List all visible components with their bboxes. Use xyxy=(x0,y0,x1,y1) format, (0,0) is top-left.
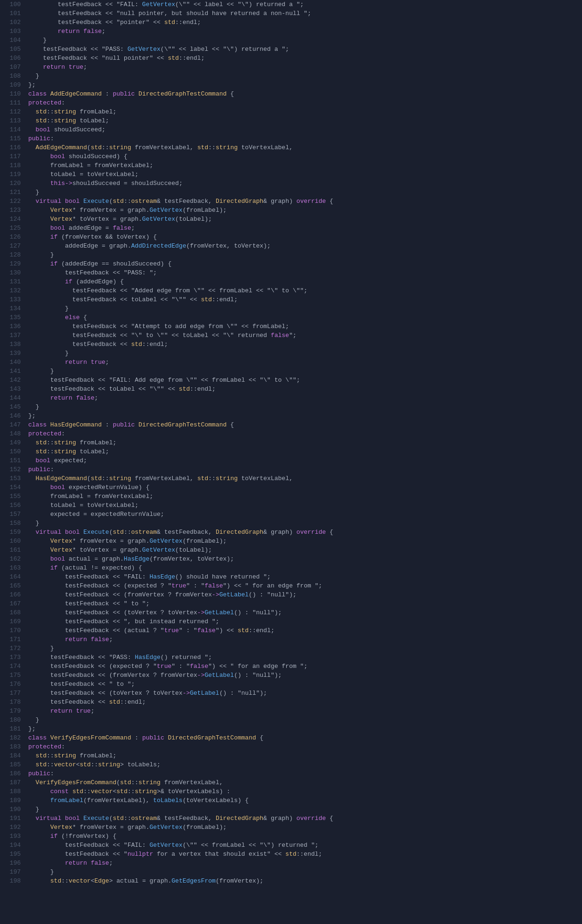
code-line: expected = expectedReturnValue; xyxy=(28,510,582,519)
line-number: 134 xyxy=(8,304,21,313)
code-line: testFeedback << "null pointer" << std::e… xyxy=(28,54,582,63)
code-line: AddEdgeCommand(std::string fromVertexLab… xyxy=(28,143,582,152)
code-line: }; xyxy=(28,724,582,733)
code-line: } xyxy=(28,304,582,313)
code-line: Vertex* fromVertex = graph.GetVertex(fro… xyxy=(28,823,582,832)
code-line: testFeedback << "null pointer, but shoul… xyxy=(28,9,582,18)
code-line: toLabel = toVertexLabel; xyxy=(28,501,582,510)
line-number: 115 xyxy=(8,134,21,143)
line-number: 103 xyxy=(8,27,21,36)
line-number: 186 xyxy=(8,769,21,778)
code-line: testFeedback << toLabel << "\"" << std::… xyxy=(28,295,582,304)
code-line: return true; xyxy=(28,358,582,367)
code-line: else { xyxy=(28,313,582,322)
code-line: } xyxy=(28,72,582,80)
code-line: addedEdge = graph.AddDirectedEdge(fromVe… xyxy=(28,241,582,250)
line-number: 156 xyxy=(8,501,21,510)
line-number: 185 xyxy=(8,760,21,769)
code-line: testFeedback << (expected ? "true" : "fa… xyxy=(28,662,582,671)
line-number: 171 xyxy=(8,635,21,644)
code-line: testFeedback << "FAIL: Add edge from \""… xyxy=(28,376,582,385)
line-number: 198 xyxy=(8,876,21,885)
code-line: public: xyxy=(28,134,582,143)
line-number: 130 xyxy=(8,268,21,277)
code-line: testFeedback << "FAIL: GetVertex(\"" << … xyxy=(28,0,582,9)
line-number: 139 xyxy=(8,349,21,358)
line-number: 176 xyxy=(8,680,21,689)
line-number: 192 xyxy=(8,823,21,832)
line-number: 187 xyxy=(8,778,21,787)
code-line: testFeedback << (toVertex ? toVertex->Ge… xyxy=(28,689,582,698)
line-number: 160 xyxy=(8,537,21,546)
code-line: } xyxy=(28,715,582,724)
code-line: Vertex* toVertex = graph.GetVertex(toLab… xyxy=(28,546,582,554)
code-line: }; xyxy=(28,80,582,89)
line-number: 147 xyxy=(8,420,21,429)
line-number: 169 xyxy=(8,617,21,626)
line-number: 149 xyxy=(8,438,21,447)
code-line: std::string toLabel; xyxy=(28,116,582,125)
line-number: 151 xyxy=(8,456,21,465)
code-line: testFeedback << (toVertex ? toVertex->Ge… xyxy=(28,608,582,617)
line-number: 168 xyxy=(8,608,21,617)
code-line: std::vector<Edge> actual = graph.GetEdge… xyxy=(28,876,582,885)
line-number: 150 xyxy=(8,447,21,456)
line-number: 193 xyxy=(8,832,21,841)
line-number: 152 xyxy=(8,465,21,474)
code-line: } xyxy=(28,250,582,259)
line-number: 126 xyxy=(8,233,21,241)
line-number: 137 xyxy=(8,331,21,340)
line-number: 157 xyxy=(8,510,21,519)
line-number: 155 xyxy=(8,492,21,501)
line-number: 142 xyxy=(8,376,21,385)
code-line: const std::vector<std::string>& toVertex… xyxy=(28,787,582,796)
code-line: bool expectedReturnValue) { xyxy=(28,483,582,492)
code-line: std::string toLabel; xyxy=(28,447,582,456)
line-number: 131 xyxy=(8,277,21,286)
line-number: 120 xyxy=(8,179,21,188)
line-number: 114 xyxy=(8,125,21,134)
code-line: if (addedEdge) { xyxy=(28,277,582,286)
line-number: 121 xyxy=(8,188,21,197)
line-number: 119 xyxy=(8,170,21,179)
line-number: 178 xyxy=(8,698,21,707)
code-line: bool actual = graph.HasEdge(fromVertex, … xyxy=(28,554,582,563)
code-line: if (!fromVertex) { xyxy=(28,832,582,841)
line-number: 132 xyxy=(8,286,21,295)
code-editor: 1001011021031041051061071081091101111121… xyxy=(0,0,582,885)
line-number: 180 xyxy=(8,715,21,724)
line-number: 172 xyxy=(8,644,21,653)
line-number: 118 xyxy=(8,161,21,170)
line-number: 196 xyxy=(8,859,21,868)
code-line: testFeedback << (actual ? "true" : "fals… xyxy=(28,626,582,635)
line-number: 163 xyxy=(8,563,21,572)
code-line: HasEdgeCommand(std::string fromVertexLab… xyxy=(28,474,582,483)
line-numbers: 1001011021031041051061071081091101111121… xyxy=(0,0,24,885)
line-number: 129 xyxy=(8,259,21,268)
code-line: testFeedback << toLabel << "\"" << std::… xyxy=(28,385,582,394)
code-line: } xyxy=(28,868,582,876)
line-number: 136 xyxy=(8,322,21,331)
line-number: 109 xyxy=(8,80,21,89)
code-line: testFeedback << "FAIL: HasEdge() should … xyxy=(28,572,582,581)
code-line: testFeedback << ", but instead returned … xyxy=(28,617,582,626)
code-line: class AddEdgeCommand : public DirectedGr… xyxy=(28,89,582,98)
code-line: protected: xyxy=(28,98,582,107)
code-line: } xyxy=(28,367,582,376)
line-number: 133 xyxy=(8,295,21,304)
line-number: 173 xyxy=(8,653,21,662)
line-number: 159 xyxy=(8,528,21,537)
line-number: 128 xyxy=(8,250,21,259)
code-line: }; xyxy=(28,411,582,420)
line-number: 165 xyxy=(8,581,21,590)
code-line: } xyxy=(28,36,582,45)
code-line: return false; xyxy=(28,859,582,868)
code-line: fromLabel = fromVertexLabel; xyxy=(28,492,582,501)
line-number: 148 xyxy=(8,429,21,438)
code-line: testFeedback << (expected ? "true" : "fa… xyxy=(28,581,582,590)
line-number: 123 xyxy=(8,206,21,215)
code-line: public: xyxy=(28,465,582,474)
line-number: 161 xyxy=(8,546,21,554)
line-number: 170 xyxy=(8,626,21,635)
line-number: 162 xyxy=(8,554,21,563)
